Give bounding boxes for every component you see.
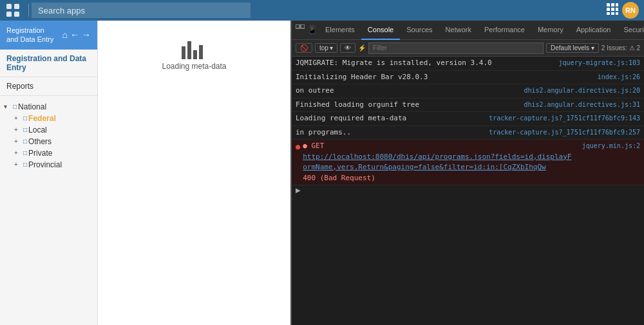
mobile-icon[interactable]: 📱 [306, 24, 319, 36]
log-message-2: on outree [296, 86, 517, 97]
nav-divider [28, 4, 29, 17]
tab-memory[interactable]: Memory [531, 21, 570, 40]
tree-label-national: National [18, 102, 46, 111]
log-source-3[interactable]: dhis2.angular.directives.js:31 [517, 100, 640, 109]
log-line-3: Finished loading orgunif tree dhis2.angu… [292, 98, 644, 113]
clear-console-button[interactable]: 🚫 [296, 43, 312, 53]
tree-toggle-others: + [14, 138, 22, 145]
sidebar-header-icons: ⌂ ← → [62, 30, 91, 40]
default-levels-button[interactable]: Default levels ▾ [546, 43, 599, 53]
tree-item-private[interactable]: + □ Private [14, 147, 93, 159]
filter-icon: ⚡ [358, 44, 366, 51]
log-message-0: JQMIGRATE: Migrate is installed, version… [296, 58, 553, 69]
tree-folder-icon-federal: □ [23, 115, 27, 122]
svg-rect-12 [616, 12, 618, 15]
tree-toggle-local: + [14, 126, 22, 133]
top-navigation: RN [0, 0, 644, 21]
svg-rect-3 [14, 12, 19, 17]
log-message-5: in programs.. [296, 127, 482, 138]
back-icon[interactable]: ← [70, 30, 79, 40]
loading-indicator: Loading meta-data [98, 21, 290, 90]
svg-rect-8 [611, 8, 614, 11]
search-input[interactable] [32, 3, 251, 18]
content-panel: Loading meta-data [98, 21, 290, 325]
console-toolbar: 🚫 top ▾ 👁 ⚡ Default levels ▾ 2 Issues: ⚠… [292, 40, 644, 57]
svg-rect-6 [616, 3, 618, 6]
tree-label-federal: Federal [28, 114, 56, 123]
log-source-0[interactable]: jquery-migrate.js:103 [553, 58, 640, 68]
tab-network[interactable]: Network [439, 21, 478, 40]
svg-rect-9 [616, 8, 618, 11]
tree-folder-icon: □ [13, 103, 17, 110]
sidebar-header: Registration and Data Entry ⌂ ← → [0, 21, 97, 50]
svg-rect-13 [296, 24, 299, 28]
tree-children-national: + □ Federal + □ Local + □ Others + □ [4, 113, 93, 171]
console-filter-input[interactable] [368, 42, 544, 54]
tree-label-others: Others [28, 137, 52, 146]
app-logo[interactable] [0, 0, 26, 21]
log-line-error: ● ● GET http://localhost:8080/dhis/api/p… [292, 140, 644, 185]
log-source-2[interactable]: dhis2.angular.directives.js:20 [517, 86, 640, 95]
sidebar-item-reports[interactable]: Reports [0, 77, 97, 96]
log-message-3: Finished loading orgunif tree [296, 100, 517, 111]
expand-error-arrow[interactable]: ▶ [292, 185, 644, 195]
log-line-2: on outree dhis2.angular.directives.js:20 [292, 84, 644, 98]
log-message-error: ● GET http://localhost:8080/dhis/api/pro… [303, 141, 575, 183]
tree-folder-icon-others: □ [23, 138, 27, 145]
eye-button[interactable]: 👁 [340, 43, 355, 53]
log-source-5[interactable]: tracker-capture.js?_1751cf11f76bfc9:257 [482, 127, 640, 137]
error-url[interactable]: http://localhost:8080/dhis/api/programs.… [303, 153, 571, 172]
apps-grid-icon[interactable] [607, 3, 618, 18]
user-avatar[interactable]: RN [622, 2, 639, 19]
log-line-0: JQMIGRATE: Migrate is installed, version… [292, 57, 644, 71]
log-source-1[interactable]: index.js:26 [591, 72, 640, 82]
svg-rect-10 [607, 12, 610, 15]
loading-bar-icon [182, 40, 207, 59]
main-area: Registration and Data Entry ⌂ ← → Regist… [0, 21, 644, 325]
tree-toggle-federal: + [14, 115, 22, 122]
tree-toggle-national: ▾ [4, 103, 12, 110]
error-icon: ● [296, 141, 300, 153]
top-context-button[interactable]: top ▾ [315, 43, 337, 53]
forward-icon[interactable]: → [82, 30, 91, 40]
svg-rect-1 [14, 4, 19, 9]
tab-application[interactable]: Application [570, 21, 618, 40]
tab-elements[interactable]: Elements [319, 21, 361, 40]
tree-label-private: Private [28, 149, 52, 158]
issues-indicator: 2 Issues: ⚠ 2 [601, 44, 640, 51]
log-message-4: Loading required meta-data [296, 113, 482, 124]
svg-rect-7 [607, 8, 610, 11]
log-line-5: in programs.. tracker-capture.js?_1751cf… [292, 126, 644, 140]
log-line-4: Loading required meta-data tracker-captu… [292, 112, 644, 126]
sidebar-title: Registration and Data Entry [6, 26, 57, 44]
svg-rect-2 [6, 12, 12, 17]
svg-rect-0 [6, 4, 12, 9]
svg-rect-5 [611, 3, 614, 6]
tree-folder-icon-private: □ [23, 149, 27, 156]
tree-label-local: Local [28, 125, 47, 135]
home-icon[interactable]: ⌂ [62, 30, 68, 40]
log-message-1: Initializing Header Bar v28.0.3 [296, 72, 591, 83]
log-source-4[interactable]: tracker-capture.js?_1751cf11f76bfc9:143 [482, 113, 640, 123]
tree-item-others[interactable]: + □ Others [14, 136, 93, 147]
tree-item-national[interactable]: ▾ □ National [4, 101, 93, 113]
log-source-error[interactable]: jquery.min.js:2 [576, 141, 640, 151]
svg-rect-4 [607, 3, 610, 6]
devtools-panel: 📱 Elements Console Sources Network Perfo… [290, 21, 644, 325]
inspect-icon[interactable] [294, 23, 306, 37]
tree-item-federal[interactable]: + □ Federal [14, 113, 93, 124]
tree-item-provincial[interactable]: + □ Provincial [14, 159, 93, 171]
svg-rect-14 [301, 24, 305, 28]
tree-folder-icon-provincial: □ [23, 161, 27, 168]
tab-console[interactable]: Console [361, 21, 400, 40]
log-line-1: Initializing Header Bar v28.0.3 index.js… [292, 71, 644, 85]
loading-text: Loading meta-data [162, 62, 226, 71]
tree-item-local[interactable]: + □ Local [14, 124, 93, 136]
tree-label-provincial: Provincial [28, 160, 62, 169]
sidebar-item-registration[interactable]: Registration and Data Entry [0, 50, 97, 77]
tab-security[interactable]: Security [617, 21, 644, 40]
tab-performance[interactable]: Performance [478, 21, 531, 40]
tab-sources[interactable]: Sources [400, 21, 439, 40]
tree-toggle-provincial: + [14, 161, 22, 168]
console-log: JQMIGRATE: Migrate is installed, version… [292, 57, 644, 325]
